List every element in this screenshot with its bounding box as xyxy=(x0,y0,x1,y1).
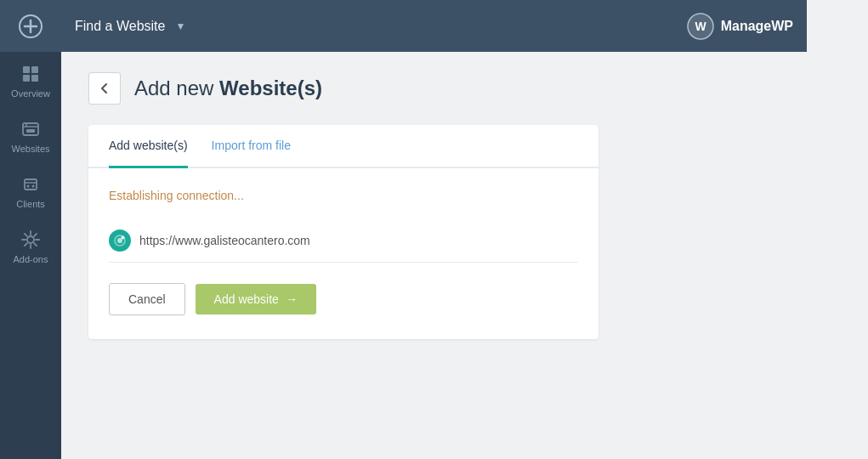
managewp-logo: W ManageWP xyxy=(687,13,793,40)
sidebar-item-clients-label: Clients xyxy=(16,199,45,209)
sidebar-item-addons[interactable]: Add-ons xyxy=(0,218,61,273)
svg-rect-5 xyxy=(23,75,30,82)
svg-line-20 xyxy=(25,234,27,236)
card-body: Establishing connection... https://www.g… xyxy=(88,168,599,339)
tab-add-websites[interactable]: Add website(s) xyxy=(109,125,188,168)
main-card: Add website(s) Import from file Establis… xyxy=(88,125,599,339)
sidebar-item-websites[interactable]: Websites xyxy=(0,107,61,162)
sidebar-item-overview-label: Overview xyxy=(11,88,50,99)
main-content: Add new Website(s) Add website(s) Import… xyxy=(61,52,868,459)
status-text: Establishing connection... xyxy=(109,189,578,202)
svg-point-14 xyxy=(32,185,35,188)
svg-rect-11 xyxy=(25,179,37,190)
arrow-icon: → xyxy=(286,292,298,306)
svg-line-21 xyxy=(34,243,37,246)
sidebar-item-clients[interactable]: Clients xyxy=(0,162,61,218)
svg-line-23 xyxy=(25,243,27,246)
svg-text:W: W xyxy=(695,20,706,33)
website-row: https://www.galisteocantero.com xyxy=(109,219,578,263)
website-url: https://www.galisteocantero.com xyxy=(139,234,310,247)
sidebar-item-addons-label: Add-ons xyxy=(14,254,48,264)
cancel-button[interactable]: Cancel xyxy=(109,283,185,315)
svg-line-22 xyxy=(34,234,37,236)
svg-point-15 xyxy=(27,236,34,243)
svg-rect-3 xyxy=(23,66,30,73)
svg-point-29 xyxy=(122,236,125,240)
add-new-button[interactable] xyxy=(0,0,61,52)
app-container: Overview Websites Clients xyxy=(0,0,868,459)
dropdown-chevron-icon[interactable]: ▼ xyxy=(175,20,185,32)
back-button[interactable] xyxy=(88,72,121,105)
tab-import-file[interactable]: Import from file xyxy=(212,125,291,168)
tabs-container: Add website(s) Import from file xyxy=(88,125,599,168)
add-website-button[interactable]: Add website → xyxy=(196,284,316,314)
page-title: Add new Website(s) xyxy=(134,76,322,100)
managewp-logo-icon: W xyxy=(687,13,714,40)
topbar-left: Find a Website ▼ xyxy=(75,19,687,34)
sidebar-item-websites-label: Websites xyxy=(11,144,49,154)
topbar: Find a Website ▼ W ManageWP xyxy=(61,0,807,52)
svg-rect-4 xyxy=(31,66,38,73)
topbar-title: Find a Website xyxy=(75,19,165,34)
svg-point-13 xyxy=(27,185,30,188)
managewp-logo-text: ManageWP xyxy=(721,19,793,34)
right-section: Find a Website ▼ W ManageWP xyxy=(61,0,868,459)
sidebar-item-overview[interactable]: Overview xyxy=(0,52,61,107)
website-status-icon xyxy=(109,230,131,252)
sidebar: Overview Websites Clients xyxy=(0,0,61,459)
svg-rect-10 xyxy=(26,129,35,133)
svg-rect-6 xyxy=(31,75,38,82)
page-header: Add new Website(s) xyxy=(88,72,841,105)
card-actions: Cancel Add website → xyxy=(109,283,578,315)
